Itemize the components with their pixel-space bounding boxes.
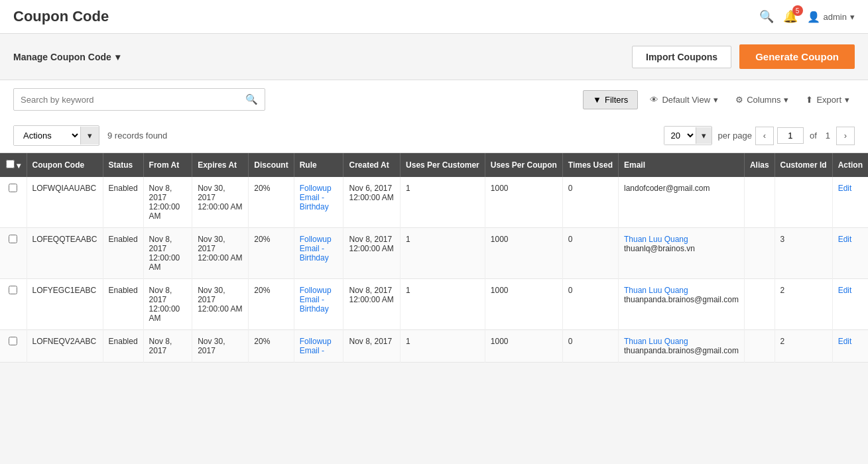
th-rule[interactable]: Rule (294, 153, 343, 177)
actions-dropdown[interactable]: Actions (14, 126, 80, 145)
row-discount: 20% (249, 279, 294, 330)
status-header-label: Status (109, 160, 133, 170)
per-page-label: per page (718, 131, 752, 141)
th-times-used[interactable]: Times Used (562, 153, 618, 177)
row-checkbox[interactable] (9, 235, 17, 243)
row-email: Thuan Luu Quang thuanpanda.brainos@gmail… (618, 330, 744, 363)
settings-icon: ⚙ (735, 95, 743, 105)
row-status: Enabled (103, 330, 143, 363)
columns-button[interactable]: ⚙ Columns ▾ (730, 91, 794, 109)
row-checkbox-cell[interactable] (0, 330, 27, 363)
email-address: thuanpanda.brainos@gmail.com (624, 346, 739, 355)
pagination: 20 ▾ per page ‹ of 1 › (664, 126, 855, 145)
row-alias (744, 177, 775, 228)
row-created-at: Nov 6, 2017 12:00:00 AM (343, 177, 401, 228)
row-uses-per-coupon: 1000 (485, 330, 562, 363)
notification-bell[interactable]: 🔔 5 (783, 9, 798, 24)
th-status[interactable]: Status (103, 153, 143, 177)
search-icon[interactable]: 🔍 (759, 9, 774, 24)
row-checkbox[interactable] (9, 337, 17, 345)
row-action[interactable]: Edit (832, 228, 868, 279)
actions-left: Actions ▾ 9 records found (13, 125, 167, 146)
row-checkbox[interactable] (9, 286, 17, 294)
email-header-label: Email (624, 160, 645, 170)
row-uses-per-coupon: 1000 (485, 177, 562, 228)
edit-link[interactable]: Edit (838, 337, 852, 346)
row-expires-at: Nov 30, 2017 12:00:00 AM (192, 228, 249, 279)
row-coupon-code: LOFYEGC1EABC (27, 279, 103, 330)
row-uses-per-coupon: 1000 (485, 279, 562, 330)
coupon-code-header-label: Coupon Code (32, 160, 85, 170)
actions-dropdown-arrow[interactable]: ▾ (80, 127, 99, 145)
edit-link[interactable]: Edit (838, 286, 852, 295)
actions-select: Actions ▾ (13, 125, 99, 146)
edit-link[interactable]: Edit (838, 184, 852, 193)
default-view-button[interactable]: 👁 Default View ▾ (645, 91, 723, 109)
next-page-button[interactable]: › (836, 127, 855, 145)
filter-icon: ▼ (593, 95, 601, 105)
row-alias (744, 279, 775, 330)
row-rule[interactable]: Followup Email - (294, 330, 343, 363)
expires-at-header-label: Expires At (198, 160, 237, 170)
th-coupon-code[interactable]: Coupon Code (27, 153, 103, 177)
row-times-used: 0 (562, 177, 618, 228)
row-action[interactable]: Edit (832, 177, 868, 228)
per-page-dropdown[interactable]: 20 (664, 127, 696, 145)
generate-coupon-button[interactable]: Generate Coupon (739, 44, 855, 69)
row-from-at: Nov 8, 2017 12:00:00 AM (143, 279, 192, 330)
prev-page-button[interactable]: ‹ (755, 127, 774, 145)
select-all-checkbox[interactable] (6, 160, 15, 168)
row-rule[interactable]: Followup Email - Birthday (294, 279, 343, 330)
row-rule[interactable]: Followup Email - Birthday (294, 228, 343, 279)
uses-per-coupon-header-label: Uses Per Coupon (491, 160, 557, 170)
row-status: Enabled (103, 279, 143, 330)
row-uses-per-customer: 1 (401, 228, 485, 279)
th-email[interactable]: Email (618, 153, 744, 177)
select-all-header[interactable]: ▾ (0, 153, 27, 177)
row-action[interactable]: Edit (832, 279, 868, 330)
th-customer-id[interactable]: Customer Id (775, 153, 832, 177)
row-checkbox-cell[interactable] (0, 177, 27, 228)
manage-coupon-button[interactable]: Manage Coupon Code ▾ (13, 52, 120, 62)
row-uses-per-customer: 1 (401, 279, 485, 330)
table-header-row: ▾ Coupon Code Status From At Expires At … (0, 153, 868, 177)
sort-arrows-icon: ▾ (17, 161, 21, 170)
row-checkbox-cell[interactable] (0, 279, 27, 330)
page-of-label: of (810, 131, 817, 141)
email-name-link[interactable]: Thuan Luu Quang (624, 337, 739, 346)
row-rule[interactable]: Followup Email - Birthday (294, 177, 343, 228)
records-found: 9 records found (107, 131, 167, 141)
th-discount[interactable]: Discount (249, 153, 294, 177)
th-uses-per-customer[interactable]: Uses Per Customer (401, 153, 485, 177)
filters-button[interactable]: ▼ Filters (583, 90, 638, 109)
row-coupon-code: LOFWQIAAUABC (27, 177, 103, 228)
alias-header-label: Alias (750, 160, 769, 170)
row-checkbox[interactable] (9, 184, 17, 192)
manage-coupon-label: Manage Coupon Code (13, 52, 111, 62)
row-times-used: 0 (562, 228, 618, 279)
search-input[interactable] (14, 90, 239, 109)
search-button[interactable]: 🔍 (239, 89, 265, 110)
email-name-link[interactable]: Thuan Luu Quang (624, 235, 739, 244)
email-name-link[interactable]: Thuan Luu Quang (624, 286, 739, 295)
row-action[interactable]: Edit (832, 330, 868, 363)
row-alias (744, 228, 775, 279)
import-coupons-button[interactable]: Import Coupons (632, 46, 731, 68)
page-input[interactable] (777, 127, 804, 144)
row-customer-id: 3 (775, 228, 832, 279)
row-email: Thuan Luu Quang thuanlq@brainos.vn (618, 228, 744, 279)
th-uses-per-coupon[interactable]: Uses Per Coupon (485, 153, 562, 177)
export-dropdown-icon: ▾ (845, 95, 849, 105)
th-from-at[interactable]: From At (143, 153, 192, 177)
th-created-at[interactable]: Created At (343, 153, 401, 177)
per-page-dropdown-arrow[interactable]: ▾ (696, 127, 712, 144)
edit-link[interactable]: Edit (838, 235, 852, 244)
notification-badge: 5 (792, 5, 803, 16)
export-button[interactable]: ⬆ Export ▾ (800, 91, 855, 109)
th-alias[interactable]: Alias (744, 153, 775, 177)
user-info[interactable]: 👤 admin ▾ (807, 11, 855, 23)
row-email: landofcoder@gmail.com (618, 177, 744, 228)
row-checkbox-cell[interactable] (0, 228, 27, 279)
th-expires-at[interactable]: Expires At (192, 153, 249, 177)
sub-header: Manage Coupon Code ▾ Import Coupons Gene… (0, 34, 868, 80)
